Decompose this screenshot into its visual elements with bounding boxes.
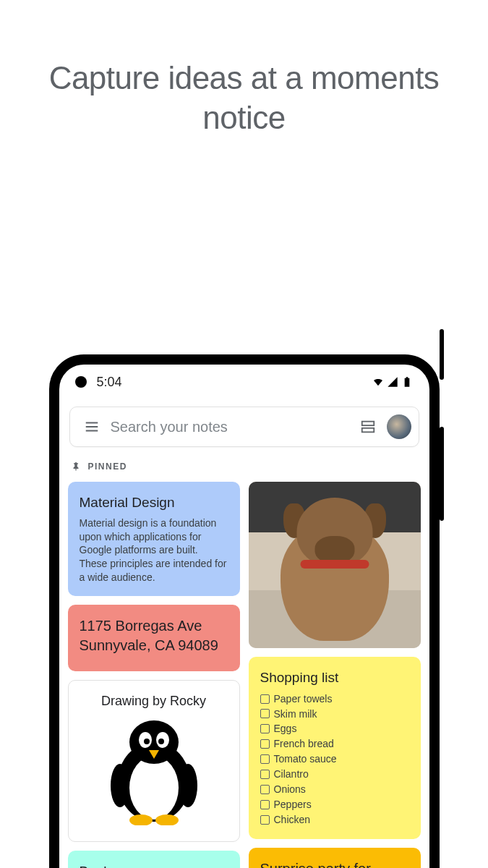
checklist-item-label: Eggs xyxy=(274,722,297,736)
checklist-item[interactable]: Paper towels xyxy=(260,692,409,707)
checkbox-icon[interactable] xyxy=(260,694,270,704)
note-drawing[interactable]: Drawing by Rocky xyxy=(68,680,240,842)
note-shopping-list[interactable]: Shopping list Paper towelsSkim milkEggsF… xyxy=(249,657,421,839)
checklist-item[interactable]: Skim milk xyxy=(260,707,409,722)
checklist-item-label: Cilantro xyxy=(274,767,309,781)
checkbox-icon[interactable] xyxy=(260,815,270,825)
checklist-item-label: Peppers xyxy=(274,798,312,812)
phone-side-button xyxy=(440,427,444,521)
checklist-item-label: Chicken xyxy=(274,813,311,827)
checklist-item-label: Paper towels xyxy=(274,692,333,706)
checkbox-icon[interactable] xyxy=(260,785,270,794)
phone-side-button xyxy=(440,329,444,380)
checklist: Paper towelsSkim milkEggsFrench breadTom… xyxy=(260,692,409,827)
note-image-dog[interactable] xyxy=(249,482,421,648)
marketing-headline: Capture ideas at a moments notice xyxy=(0,0,488,159)
pinned-label: PINNED xyxy=(88,461,127,472)
checkbox-icon[interactable] xyxy=(260,724,270,733)
svg-point-11 xyxy=(158,739,164,744)
checkbox-icon[interactable] xyxy=(260,754,270,764)
pinned-section-header: PINNED xyxy=(59,447,429,479)
status-time: 5:04 xyxy=(97,375,122,390)
dog-photo xyxy=(249,482,421,648)
penguin-drawing xyxy=(107,717,201,825)
checkbox-icon[interactable] xyxy=(260,800,270,809)
checklist-item-label: Onions xyxy=(274,783,306,796)
svg-rect-3 xyxy=(361,422,374,426)
checkbox-icon[interactable] xyxy=(260,739,270,749)
note-title: Drawing by Rocky xyxy=(80,692,228,710)
checklist-item-label: Tomato sauce xyxy=(274,752,337,766)
note-body: Material design is a foundation upon whi… xyxy=(80,516,228,584)
view-toggle-icon[interactable] xyxy=(354,412,382,441)
signal-icon xyxy=(386,376,399,388)
svg-point-10 xyxy=(144,739,150,744)
checklist-item[interactable]: Onions xyxy=(260,782,409,797)
note-title: Shopping list xyxy=(260,668,409,687)
notes-grid: Material Design Material design is a fou… xyxy=(59,479,429,868)
note-books[interactable]: Books xyxy=(68,851,240,868)
checklist-item-label: Skim milk xyxy=(274,707,317,721)
checklist-item[interactable]: Eggs xyxy=(260,721,409,736)
checklist-item[interactable]: Cilantro xyxy=(260,767,409,782)
menu-icon[interactable] xyxy=(77,412,106,441)
pin-icon xyxy=(71,461,81,472)
checkbox-icon[interactable] xyxy=(260,770,270,779)
checklist-item[interactable]: Chicken xyxy=(260,812,409,827)
checklist-item-label: French bread xyxy=(274,737,334,751)
wifi-icon xyxy=(372,376,385,388)
note-title: Surprise party for Rocky! xyxy=(260,859,409,868)
checklist-item[interactable]: French bread xyxy=(260,736,409,752)
avatar[interactable] xyxy=(387,414,411,439)
note-material-design[interactable]: Material Design Material design is a fou… xyxy=(68,482,240,596)
front-camera xyxy=(75,376,87,388)
note-title: 1175 Borregas Ave Sunnyvale, CA 94089 xyxy=(80,616,228,655)
svg-rect-4 xyxy=(361,428,374,433)
checkbox-icon[interactable] xyxy=(260,709,270,718)
status-bar: 5:04 xyxy=(59,365,429,399)
note-surprise-party[interactable]: Surprise party for Rocky! xyxy=(249,848,421,868)
note-title: Material Design xyxy=(80,493,228,512)
svg-point-6 xyxy=(129,756,179,820)
checklist-item[interactable]: Tomato sauce xyxy=(260,752,409,767)
checklist-item[interactable]: Peppers xyxy=(260,797,409,812)
battery-icon xyxy=(401,376,414,388)
svg-point-14 xyxy=(179,764,197,807)
note-address[interactable]: 1175 Borregas Ave Sunnyvale, CA 94089 xyxy=(68,605,240,671)
search-bar[interactable]: Search your notes xyxy=(69,407,419,447)
svg-point-13 xyxy=(111,764,129,807)
note-title: Books xyxy=(80,862,228,868)
phone-frame: 5:04 Search your notes PINNED xyxy=(49,354,440,868)
search-input[interactable]: Search your notes xyxy=(111,419,354,435)
